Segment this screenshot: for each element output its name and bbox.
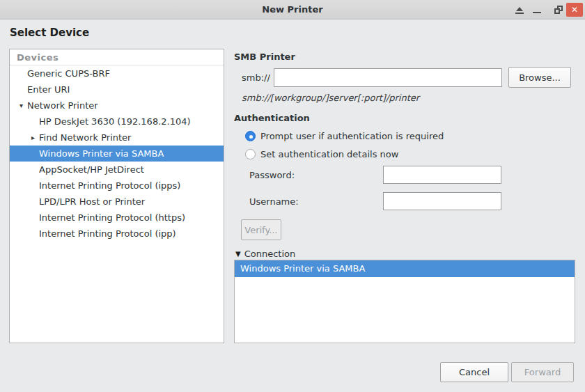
connection-expander[interactable]: ▼ Connection: [235, 249, 295, 259]
device-row-label: Enter URI: [27, 81, 70, 97]
restore-icon[interactable]: [554, 0, 564, 19]
password-field[interactable]: [383, 166, 501, 184]
device-row[interactable]: Generic CUPS-BRF: [10, 65, 224, 81]
page-title: Select Device: [10, 26, 89, 39]
device-row-label: HP DeskJet 3630 (192.168.2.104): [39, 113, 191, 130]
shade-icon[interactable]: [514, 0, 525, 19]
device-row[interactable]: ▸Find Network Printer: [10, 130, 224, 146]
expander-down-icon: ▼: [235, 250, 241, 258]
smb-uri-input[interactable]: [274, 68, 502, 87]
device-row[interactable]: HP DeskJet 3630 (192.168.2.104): [10, 113, 224, 130]
expander-right-icon[interactable]: ▸: [27, 130, 39, 146]
device-row-label: Network Printer: [27, 97, 98, 113]
devices-list: Generic CUPS-BRFEnter URI▾Network Printe…: [10, 65, 224, 242]
device-row-label: Internet Printing Protocol (https): [39, 210, 185, 226]
smb-uri-hint: smb://[workgroup/]server[:port]/printer: [242, 93, 419, 103]
devices-panel: Devices Generic CUPS-BRFEnter URI▾Networ…: [9, 49, 224, 343]
verify-button[interactable]: Verify...: [241, 219, 281, 240]
device-row-label: Windows Printer via SAMBA: [39, 146, 164, 162]
device-row[interactable]: Internet Printing Protocol (ipp): [10, 226, 224, 242]
minimize-icon[interactable]: [532, 0, 542, 19]
cancel-button[interactable]: Cancel: [440, 362, 508, 382]
radio-set-label: Set authentication details now: [260, 149, 398, 159]
close-icon[interactable]: ✕: [566, 3, 583, 17]
device-row-label: Find Network Printer: [39, 130, 131, 146]
new-printer-dialog: New Printer ✕ Select Device Devices Gene…: [0, 0, 585, 392]
password-label: Password:: [249, 170, 295, 180]
device-row[interactable]: Internet Printing Protocol (https): [10, 210, 224, 226]
device-row[interactable]: Internet Printing Protocol (ipps): [10, 178, 224, 194]
radio-row-set-auth[interactable]: Set authentication details now: [245, 149, 398, 159]
device-row-label: LPD/LPR Host or Printer: [39, 194, 145, 210]
radio-set-auth[interactable]: [245, 149, 256, 159]
window-title: New Printer: [0, 0, 585, 19]
device-row[interactable]: LPD/LPR Host or Printer: [10, 194, 224, 210]
connection-list: Windows Printer via SAMBA: [234, 260, 575, 343]
device-row-label: Internet Printing Protocol (ipps): [39, 178, 180, 194]
browse-button[interactable]: Browse...: [508, 67, 571, 88]
titlebar[interactable]: New Printer ✕: [0, 0, 585, 19]
connection-list-item[interactable]: Windows Printer via SAMBA: [235, 260, 575, 277]
device-row[interactable]: AppSocket/HP JetDirect: [10, 162, 224, 178]
expander-down-icon[interactable]: ▾: [15, 97, 27, 113]
smb-scheme-label: smb://: [242, 72, 270, 83]
radio-row-prompt[interactable]: Prompt user if authentication is require…: [245, 131, 444, 141]
device-row-label: AppSocket/HP JetDirect: [39, 162, 144, 178]
device-row[interactable]: Windows Printer via SAMBA: [10, 146, 224, 162]
device-row-label: Internet Printing Protocol (ipp): [39, 226, 176, 242]
username-field[interactable]: [383, 192, 501, 210]
username-label: Username:: [249, 196, 299, 207]
connection-heading: Connection: [244, 249, 296, 259]
device-row[interactable]: Enter URI: [10, 81, 224, 97]
devices-column-header[interactable]: Devices: [10, 49, 224, 65]
device-row[interactable]: ▾Network Printer: [10, 97, 224, 113]
forward-button[interactable]: Forward: [511, 362, 574, 382]
authentication-heading: Authentication: [234, 113, 310, 123]
device-row-label: Generic CUPS-BRF: [27, 65, 110, 81]
smb-printer-heading: SMB Printer: [234, 52, 295, 62]
radio-prompt-label: Prompt user if authentication is require…: [260, 131, 444, 141]
restore-square-front: [554, 8, 560, 14]
radio-prompt-auth[interactable]: [245, 131, 256, 141]
